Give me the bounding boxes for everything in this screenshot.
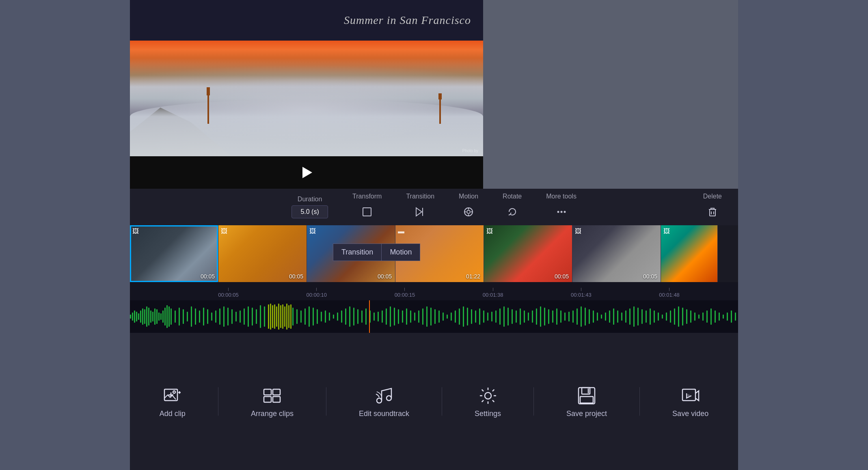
svg-point-194 [485,392,491,399]
transition-group[interactable]: Transition [394,193,447,221]
play-button[interactable] [296,162,317,183]
svg-rect-103 [422,308,423,325]
svg-rect-12 [710,209,715,216]
svg-rect-105 [430,308,432,326]
svg-point-187 [173,391,175,393]
delete-icon[interactable] [703,203,722,221]
svg-rect-41 [195,308,196,325]
svg-rect-157 [641,309,643,324]
rotate-button[interactable] [503,203,522,221]
clip-7[interactable]: 🖼 [661,225,718,282]
svg-rect-141 [577,308,578,325]
svg-rect-25 [150,310,151,323]
svg-rect-131 [536,308,537,325]
svg-rect-32 [164,308,166,326]
transition-label: Transition [406,193,434,200]
clip-6-duration: 00:05 [643,273,657,280]
svg-rect-151 [617,310,618,323]
svg-rect-65 [280,305,281,328]
audio-waveform: // Inline SVG rects for waveform - gener… [130,300,738,333]
svg-rect-19 [138,313,139,320]
save-project-tool[interactable]: Save project [558,381,615,422]
transition-popup-label[interactable]: Transition [333,244,382,261]
svg-rect-114 [467,308,468,326]
clip-6[interactable]: 🖼 00:05 [572,225,661,282]
svg-rect-43 [203,308,204,326]
svg-rect-33 [166,305,168,328]
svg-rect-56 [256,309,257,324]
motion-group[interactable]: Motion [447,193,490,221]
svg-rect-152 [621,313,622,321]
svg-rect-30 [160,313,162,320]
svg-rect-165 [674,308,675,325]
sidebar-left [0,0,130,470]
svg-rect-62 [274,304,275,329]
add-clip-icon [162,385,183,406]
transition-button[interactable] [411,203,430,221]
svg-rect-82 [337,313,338,321]
duration-input[interactable] [291,205,328,218]
svg-rect-48 [223,306,225,327]
time-ruler: 00:00:05 00:00:10 00:00:15 00:01:38 00:0… [130,282,738,300]
svg-rect-175 [715,310,716,323]
svg-rect-166 [678,306,679,327]
settings-tool[interactable]: Settings [466,381,509,422]
svg-rect-59 [268,304,269,329]
svg-rect-66 [282,304,283,329]
motion-button[interactable] [459,203,478,221]
save-video-tool[interactable]: Save video [664,381,717,422]
svg-rect-160 [654,310,655,323]
clip-1[interactable]: 🖼 00:05 [130,225,218,282]
video-preview-wrapper: Summer in San Francisco Photo by [130,0,483,189]
delete-button[interactable]: Delete [703,193,722,221]
edit-soundtrack-tool[interactable]: Edit soundtrack [351,381,417,422]
bridge-tower-right [439,99,441,124]
svg-rect-136 [556,308,557,325]
more-tools-group[interactable]: More tools [534,193,589,221]
svg-rect-22 [144,309,145,324]
svg-rect-54 [248,306,249,327]
svg-rect-121 [495,310,497,323]
transform-button[interactable] [358,203,376,221]
arrange-clips-tool[interactable]: Arrange clips [243,381,302,422]
svg-rect-156 [637,308,639,326]
rotate-group[interactable]: Rotate [490,193,534,221]
svg-rect-153 [625,310,626,323]
svg-rect-148 [605,313,606,321]
svg-rect-72 [296,309,298,324]
svg-rect-101 [414,313,415,321]
svg-rect-104 [426,306,428,327]
svg-rect-120 [491,312,492,321]
svg-rect-129 [528,313,529,321]
svg-rect-15 [130,315,131,319]
svg-rect-68 [286,304,287,330]
time-marker-6: 00:01:48 [659,288,680,298]
svg-rect-40 [191,306,192,327]
time-label-4: 00:01:38 [483,292,503,298]
svg-rect-20 [140,310,141,323]
context-popup: Transition Motion [333,244,420,261]
svg-rect-75 [309,306,310,327]
time-marker-1: 00:00:05 [218,288,239,298]
svg-rect-188 [264,389,271,395]
svg-rect-117 [479,308,480,325]
clip-2[interactable]: 🖼 00:05 [218,225,307,282]
clip-3-duration: 00:05 [378,273,392,280]
svg-rect-161 [658,313,659,321]
clip-5[interactable]: 🖼 00:05 [484,225,572,282]
svg-rect-79 [325,310,326,323]
clip-1-icon: 🖼 [132,228,139,235]
svg-rect-172 [702,313,704,321]
time-marker-3: 00:00:15 [395,288,415,298]
svg-rect-140 [572,310,574,323]
svg-rect-115 [471,309,472,324]
motion-popup-label[interactable]: Motion [382,244,420,261]
svg-rect-35 [171,308,172,325]
time-marker-2: 00:00:10 [306,288,327,298]
svg-rect-147 [601,315,602,319]
svg-rect-149 [609,310,610,323]
transform-group[interactable]: Transform [340,193,394,221]
svg-rect-37 [179,308,180,326]
add-clip-tool[interactable]: Add clip [151,381,194,422]
more-tools-button[interactable] [552,203,571,221]
